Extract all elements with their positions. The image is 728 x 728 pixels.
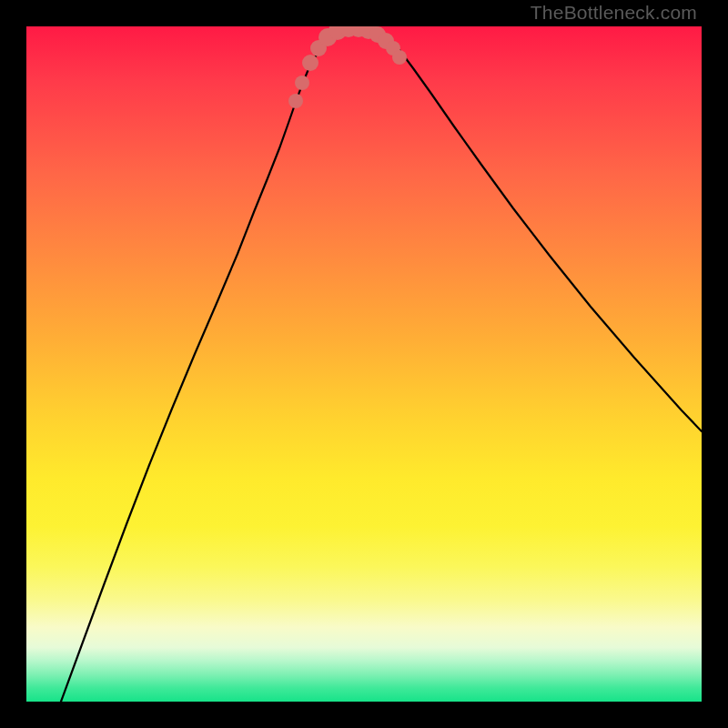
highlight-dot bbox=[392, 50, 407, 65]
plot-area bbox=[26, 26, 702, 702]
chart-frame: TheBottleneck.com bbox=[0, 0, 728, 728]
highlight-dots bbox=[288, 26, 407, 108]
highlight-dot bbox=[295, 76, 309, 90]
highlight-dot bbox=[302, 55, 318, 71]
watermark-text: TheBottleneck.com bbox=[531, 2, 697, 24]
highlight-dot bbox=[288, 94, 303, 108]
bottleneck-curve bbox=[61, 28, 702, 702]
chart-svg bbox=[26, 26, 702, 702]
